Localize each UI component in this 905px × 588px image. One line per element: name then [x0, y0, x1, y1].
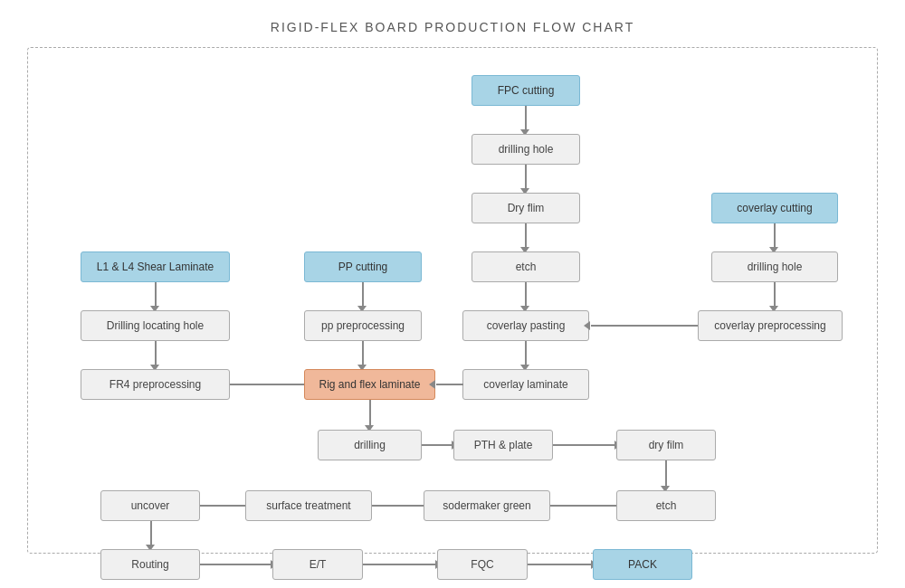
node-coverlay-preprocessing: coverlay preprocessing: [698, 310, 843, 341]
node-drilling-hole-1: drilling hole: [472, 134, 580, 165]
node-etch-1: etch: [472, 251, 580, 282]
node-coverlay-pasting: coverlay pasting: [462, 310, 589, 341]
node-pth-plate: PTH & plate: [453, 430, 553, 460]
node-pp-preprocessing: pp preprocessing: [304, 310, 422, 341]
node-fr4-preprocessing: FR4 preprocessing: [81, 369, 230, 400]
node-rig-flex: Rig and flex laminate: [304, 369, 435, 400]
page-title: RIGID-FLEX BOARD PRODUCTION FLOW CHART: [0, 0, 905, 47]
node-pp-cutting: PP cutting: [304, 251, 422, 282]
node-drilling: drilling: [318, 430, 422, 460]
node-coverlay-laminate: coverlay laminate: [462, 369, 589, 400]
node-dry-film: dry film: [616, 430, 716, 460]
node-routing: Routing: [100, 549, 200, 580]
node-uncover: uncover: [100, 490, 200, 521]
node-fpc-cutting: FPC cutting: [472, 75, 580, 106]
node-surface-treatment: surface treatment: [245, 490, 372, 521]
node-sodermaker: sodermaker green: [424, 490, 550, 521]
node-l1l4-shear: L1 & L4 Shear Laminate: [81, 251, 230, 282]
node-drilling-hole-2: drilling hole: [711, 251, 838, 282]
node-coverlay-cutting: coverlay cutting: [711, 193, 838, 223]
node-drilling-locating: Drilling locating hole: [81, 310, 230, 341]
node-et: E/T: [272, 549, 363, 580]
node-fqc: FQC: [437, 549, 528, 580]
diagram-container: FPC cutting drilling hole Dry flim etch …: [27, 47, 878, 554]
node-pack: PACK: [593, 549, 692, 580]
node-etch-2: etch: [616, 490, 716, 521]
node-dry-flim: Dry flim: [472, 193, 580, 223]
